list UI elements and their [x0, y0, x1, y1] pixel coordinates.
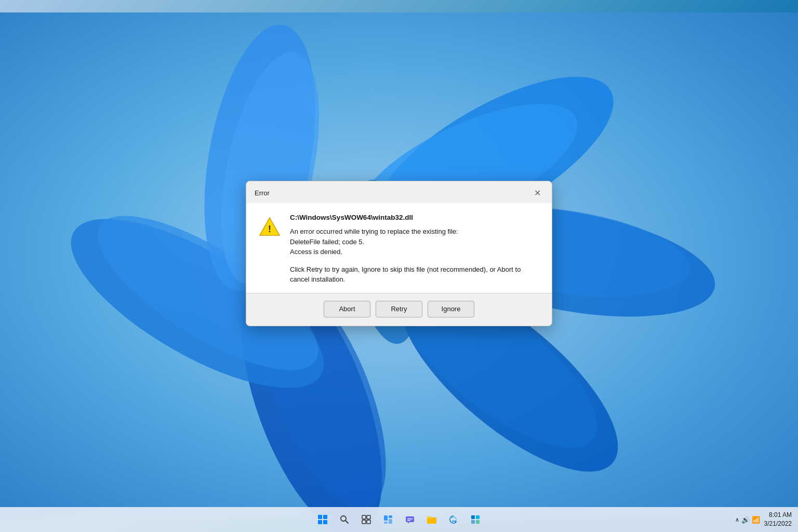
svg-rect-39 — [471, 515, 475, 519]
svg-rect-35 — [407, 518, 413, 520]
svg-rect-40 — [476, 515, 480, 519]
taskview-button[interactable] — [357, 510, 376, 529]
dialog-footer: Abort Retry Ignore — [246, 293, 552, 326]
svg-marker-34 — [408, 522, 409, 524]
svg-text:!: ! — [268, 224, 271, 234]
svg-rect-22 — [323, 520, 327, 524]
warning-icon: ! — [259, 216, 281, 237]
error-dialog: Error ✕ ! C:\Windows\SysWOW64\wintab32.d… — [246, 181, 552, 326]
search-taskbar-button[interactable] — [335, 510, 354, 529]
chat-button[interactable] — [401, 510, 419, 529]
svg-rect-26 — [367, 515, 370, 519]
dialog-content: C:\Windows\SysWOW64\wintab32.dll An erro… — [290, 214, 539, 285]
clock[interactable]: 8:01 AM 3/21/2022 — [764, 511, 792, 528]
start-button[interactable] — [313, 510, 332, 529]
store-button[interactable] — [466, 510, 485, 529]
svg-rect-36 — [407, 520, 410, 521]
svg-rect-31 — [389, 519, 392, 524]
system-tray[interactable]: ∧ 🔊 📶 — [735, 516, 760, 524]
network-icon[interactable]: 📶 — [752, 516, 760, 524]
taskbar: ∧ 🔊 📶 8:01 AM 3/21/2022 — [0, 507, 798, 532]
svg-rect-41 — [471, 520, 475, 524]
edge-button[interactable] — [444, 510, 463, 529]
svg-rect-42 — [476, 520, 480, 524]
retry-button[interactable]: Retry — [376, 301, 422, 317]
svg-line-24 — [345, 521, 348, 523]
dialog-body: ! C:\Windows\SysWOW64\wintab32.dll An er… — [246, 203, 552, 293]
ignore-button[interactable]: Ignore — [428, 301, 474, 317]
svg-rect-38 — [427, 516, 431, 518]
dialog-filepath: C:\Windows\SysWOW64\wintab32.dll — [290, 214, 539, 221]
svg-rect-19 — [318, 515, 322, 519]
svg-rect-27 — [362, 520, 366, 524]
abort-button[interactable]: Abort — [324, 301, 370, 317]
svg-rect-21 — [318, 520, 322, 524]
file-explorer-button[interactable] — [422, 510, 441, 529]
dialog-overlay: Error ✕ ! C:\Windows\SysWOW64\wintab32.d… — [0, 0, 798, 507]
taskbar-center — [313, 510, 485, 529]
svg-rect-25 — [362, 515, 366, 519]
svg-rect-32 — [384, 522, 388, 524]
widgets-button[interactable] — [379, 510, 397, 529]
svg-rect-30 — [389, 515, 392, 518]
svg-rect-28 — [367, 520, 370, 524]
dialog-titlebar: Error ✕ — [246, 181, 552, 203]
time-display: 8:01 AM — [764, 511, 792, 520]
dialog-title: Error — [255, 189, 270, 197]
taskbar-right: ∧ 🔊 📶 8:01 AM 3/21/2022 — [735, 511, 792, 528]
svg-rect-29 — [384, 515, 388, 521]
dialog-hint: Click Retry to try again, Ignore to skip… — [290, 264, 539, 285]
close-button[interactable]: ✕ — [531, 187, 543, 199]
dialog-message: An error occurred while trying to replac… — [290, 227, 539, 257]
desktop: Error ✕ ! C:\Windows\SysWOW64\wintab32.d… — [0, 0, 798, 532]
date-display: 3/21/2022 — [764, 520, 792, 528]
volume-icon[interactable]: 🔊 — [741, 516, 750, 524]
chevron-up-icon[interactable]: ∧ — [735, 516, 739, 523]
svg-rect-20 — [323, 515, 327, 519]
